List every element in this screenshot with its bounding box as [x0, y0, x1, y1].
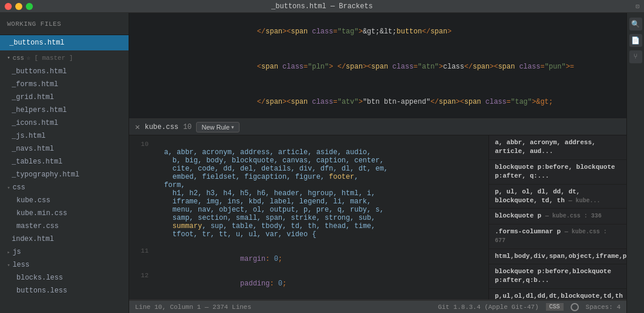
- status-spaces[interactable]: Spaces: 4: [586, 304, 621, 311]
- file-icon[interactable]: 📄: [629, 34, 642, 47]
- status-git: Git 1.8.3.4 (Apple Git-47): [438, 304, 539, 311]
- sidebar-item-buttons[interactable]: _buttons.html: [0, 65, 129, 78]
- sidebar-item-kube-min-css[interactable]: kube.min.css: [0, 207, 129, 220]
- result-item-5[interactable]: .forms-columnar p — kube.css : 677: [489, 224, 626, 249]
- code-editor[interactable]: </span><span class="tag">&gt;&lt;button<…: [129, 13, 626, 300]
- result-item-1[interactable]: a, abbr, acronym, address, article, aud.…: [489, 135, 626, 160]
- sidebar-item-index[interactable]: index.html: [0, 233, 129, 246]
- chevron-down-icon: ▾: [7, 262, 10, 268]
- code-line-top1: </span><span class="tag">&gt;&lt;button<…: [129, 14, 626, 49]
- chevron-right-icon: ▸: [7, 249, 10, 256]
- active-file-item[interactable]: _buttons.html: [0, 35, 129, 50]
- result-item-2[interactable]: blockquote p:before, blockquote p:after,…: [489, 160, 626, 185]
- status-lang[interactable]: CSS: [546, 303, 564, 311]
- status-bar: Line 10, Column 1 — 2374 Lines Git 1.8.3…: [129, 300, 626, 313]
- close-inline-editor-button[interactable]: ✕: [135, 122, 140, 132]
- inline-editor: ✕ kube.css 10 New Rule ▾ 10 a, abbr, acr…: [129, 118, 626, 300]
- result-item-3[interactable]: p, ul, ol, dl, dd, dt, blockquote, td, t…: [489, 185, 626, 209]
- code-line-top3: </span><span class="atv">"btn btn-append…: [129, 84, 626, 118]
- result-item-4[interactable]: blockquote p — kube.css : 336: [489, 209, 626, 224]
- sidebar-item-typography[interactable]: _typography.html: [0, 168, 129, 181]
- search-icon[interactable]: 🔍: [629, 18, 642, 30]
- chevron-icon: ▾: [7, 55, 10, 61]
- sidebar-item-helpers[interactable]: _helpers.html: [0, 104, 129, 117]
- working-files-header: Working Files: [0, 13, 129, 35]
- window-title: _buttons.html — Brackets: [271, 2, 373, 11]
- code-lines-above: </span><span class="tag">&gt;&lt;button<…: [129, 13, 626, 118]
- sidebar-group-less[interactable]: ▾ less: [0, 258, 129, 271]
- status-line-col: Line 10, Column 1 — 2374 Lines: [135, 304, 433, 311]
- inline-results-panel[interactable]: a, abbr, acronym, address, article, aud.…: [488, 135, 626, 300]
- inline-code-prop-padding: 12 padding: 0;: [129, 271, 488, 296]
- result-item-8[interactable]: p,ul,ol,dl,dd,dt,blockquote,td,th — kube…: [489, 289, 626, 300]
- status-circle-icon: [571, 303, 579, 311]
- maximize-button[interactable]: [26, 3, 33, 10]
- sidebar-item-grid[interactable]: _grid.html: [0, 91, 129, 104]
- sidebar-item-navs[interactable]: _navs.html: [0, 142, 129, 155]
- close-button[interactable]: [5, 3, 12, 10]
- window-controls[interactable]: [5, 3, 33, 10]
- inline-editor-filename: kube.css: [144, 123, 178, 131]
- inline-editor-header: ✕ kube.css 10 New Rule ▾: [129, 119, 626, 135]
- sidebar-group-css[interactable]: ▾ css: [0, 181, 129, 194]
- inline-code-panel[interactable]: 10 a, abbr, acronym, address, article, a…: [129, 135, 488, 300]
- sidebar-item-kube-css[interactable]: kube.css: [0, 194, 129, 207]
- inline-editor-count: 10: [183, 123, 191, 131]
- right-panel: </span><span class="tag">&gt;&lt;button<…: [129, 13, 626, 313]
- result-item-7[interactable]: blockquote p:before,blockquote p:after,q…: [489, 264, 626, 289]
- chevron-icon: ▾: [7, 185, 10, 191]
- sidebar-item-buttons-less[interactable]: buttons.less: [0, 284, 129, 297]
- new-rule-button[interactable]: New Rule ▾: [196, 122, 240, 132]
- resize-icon[interactable]: ⊡: [636, 3, 639, 10]
- result-item-6[interactable]: html,body,div,span,object,iframe,p,block…: [489, 249, 626, 264]
- git-icon[interactable]: ⑂: [629, 50, 642, 63]
- inline-editor-body: 10 a, abbr, acronym, address, article, a…: [129, 135, 626, 300]
- file-list: _buttons.html _forms.html _grid.html _he…: [0, 65, 129, 313]
- action-icons-panel: 🔍 📄 ⑂: [626, 13, 644, 313]
- minimize-button[interactable]: [15, 3, 22, 10]
- css-section-header[interactable]: ▾ css ☆ [ master ]: [0, 50, 129, 65]
- sidebar-item-tables[interactable]: _tables.html: [0, 155, 129, 168]
- inline-code-selector-line: 10 a, abbr, acronym, address, article, a…: [129, 140, 488, 247]
- sidebar: Working Files _buttons.html ▾ css ☆ [ ma…: [0, 13, 129, 313]
- sidebar-group-js[interactable]: ▸ js: [0, 246, 129, 258]
- sidebar-item-forms[interactable]: _forms.html: [0, 78, 129, 91]
- sidebar-item-blocks-less[interactable]: blocks.less: [0, 271, 129, 284]
- inline-code-prop-margin: 11 margin: 0;: [129, 247, 488, 271]
- sidebar-item-js[interactable]: _js.html: [0, 130, 129, 142]
- status-right: Git 1.8.3.4 (Apple Git-47) CSS Spaces: 4: [438, 303, 621, 311]
- titlebar: _buttons.html — Brackets ⊡: [0, 0, 644, 13]
- dropdown-arrow-icon: ▾: [231, 124, 234, 130]
- main-layout: Working Files _buttons.html ▾ css ☆ [ ma…: [0, 13, 644, 313]
- code-line-top2: <span class="pln"> </span><span class="a…: [129, 49, 626, 84]
- sidebar-item-master-css[interactable]: master.css: [0, 220, 129, 233]
- sidebar-item-icons[interactable]: _icons.html: [0, 117, 129, 130]
